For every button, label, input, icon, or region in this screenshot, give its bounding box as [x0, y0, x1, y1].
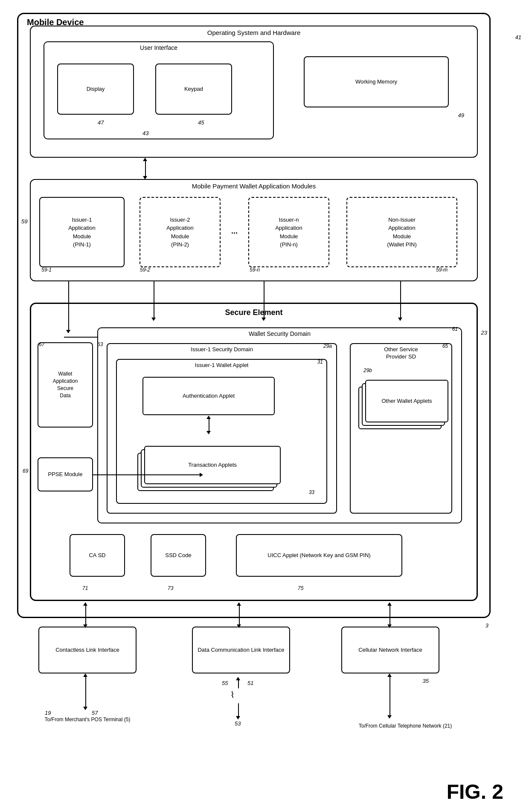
transaction-applets-label: Transaction Applets: [188, 461, 237, 469]
arrow-se-datacomm: [239, 603, 240, 627]
fig-label: FIG. 2: [447, 780, 503, 803]
arrow-contactless-merchant: [85, 674, 86, 708]
issuer1-wallet-applet-box: Issuer-1 Wallet Applet 31 Authentication…: [116, 359, 327, 504]
issuer2-app-label: Issuer-2ApplicationModule(PIN-2): [166, 216, 194, 249]
ref-19: 19: [45, 710, 51, 716]
data-comm-link-box: Data Communication Link Interface: [192, 627, 290, 673]
ref-71: 71: [82, 585, 88, 591]
user-interface-box: User Interface Display 47 Keypad 45 43: [44, 41, 274, 139]
uicc-applet-label: UICC Applet (Network Key and GSM PIN): [267, 552, 370, 559]
ppse-module-label: PPSE Module: [48, 471, 83, 478]
other-wallet-applets-card1: Other Wallet Applets: [365, 380, 448, 422]
arrow-se-contactless: [85, 603, 86, 627]
wallet-security-domain-box: Wallet Security Domain 61 Issuer-1 Secur…: [97, 327, 462, 523]
arrowhead-nonissuer: [398, 318, 402, 321]
arrowhead-ppse-trans: [200, 473, 203, 477]
user-interface-label: User Interface: [44, 44, 273, 51]
arrow-se-cellular: [389, 603, 390, 627]
issuer1-sd-label: Issuer-1 Security Domain: [108, 346, 336, 353]
data-comm-link-label: Data Communication Link Interface: [198, 646, 284, 654]
issuern-app-box: Issuer-nApplicationModule(PIN-n): [248, 197, 329, 267]
arrow-os-to-payment: [145, 159, 146, 178]
ref-59-1: 59-1: [41, 267, 52, 273]
diagram: Mobile Device 41 Operating System and Ha…: [0, 0, 529, 812]
ref-49: 49: [458, 112, 464, 118]
ref-35: 35: [423, 678, 429, 684]
arrow-wasd-wsd: [64, 337, 98, 338]
cellular-network-label: Cellular Network Interface: [358, 646, 422, 654]
arrow-issuer1-down: [68, 281, 69, 332]
auth-applet-label: Authentication Applet: [183, 392, 235, 400]
ref-59-m: 59-m: [436, 267, 448, 273]
arrowhead-issuer2: [151, 318, 156, 321]
ref-75: 75: [298, 585, 303, 591]
issuer1-app-label: Issuer-1ApplicationModule(PIN-1): [68, 216, 96, 249]
uicc-applet-box: UICC Applet (Network Key and GSM PIN): [236, 534, 402, 577]
arrowhead-cellular-down: [387, 715, 392, 719]
arrowhead-se-cellular-up: [387, 602, 392, 606]
transaction-applets-card1: Transaction Applets: [144, 446, 281, 484]
arrowhead-issuern: [262, 318, 266, 321]
ref-43: 43: [142, 130, 148, 136]
arrowhead-issuer1: [66, 330, 70, 333]
ref-59-2: 59-2: [140, 267, 150, 273]
wallet-app-secure-data-label: WalletApplicationSecureData: [53, 370, 78, 399]
ref-67: 67: [39, 341, 44, 347]
arrowhead-se-datacomm: [237, 624, 241, 628]
arrow-issuern-down: [264, 281, 264, 320]
arrow-nonissuer-down: [400, 281, 401, 320]
merchant-pos-label: To/From Merchant's POS Terminal (5): [34, 716, 141, 723]
working-memory-box: Working Memory: [304, 56, 449, 107]
ref-45: 45: [198, 119, 204, 126]
ref-33: 33: [309, 489, 314, 495]
ref-23: 23: [481, 329, 487, 336]
nonissuer-app-box: Non-IssuerApplicationModule(Wallet PIN): [346, 197, 457, 267]
arrowhead-se-contactless: [83, 624, 87, 628]
ref-31: 31: [317, 359, 323, 365]
ref-29b: 29b: [363, 367, 372, 373]
issuer1-wallet-applet-label: Issuer-1 Wallet Applet: [117, 362, 326, 368]
ref-61: 61: [452, 326, 458, 332]
arrowhead-se-datacomm-up: [237, 602, 241, 606]
ref-59: 59: [21, 218, 27, 225]
signal-symbol: ⌇: [230, 690, 235, 700]
arrowhead-up-1: [143, 158, 147, 161]
ref-73: 73: [168, 585, 173, 591]
cellular-network-box: Cellular Network Interface: [341, 627, 439, 673]
ellipsis: ...: [231, 227, 238, 236]
ca-sd-label: CA SD: [89, 552, 105, 559]
arrowhead-auth-trans-up: [206, 416, 211, 419]
arrowhead-auth-trans-down: [206, 431, 211, 434]
mobile-payment-box: Mobile Payment Wallet Application Module…: [30, 179, 478, 281]
ppse-module-box: PPSE Module: [38, 457, 93, 491]
arrowhead-se-contactless-up: [83, 602, 87, 606]
wallet-security-domain-label: Wallet Security Domain: [98, 330, 461, 337]
ssd-code-label: SSD Code: [165, 552, 191, 559]
arrowhead-signal-down: [236, 716, 240, 720]
nonissuer-app-label: Non-IssuerApplicationModule(Wallet PIN): [387, 216, 417, 249]
ref-65: 65: [442, 343, 448, 349]
secure-element-box: Secure Element 23 Wallet Security Domain…: [30, 303, 478, 601]
keypad-label: Keypad: [184, 85, 203, 93]
ref-29a: 29a: [323, 343, 332, 349]
contactless-link-box: Contactless Link Interface: [38, 627, 137, 673]
ref-41: 41: [515, 34, 521, 40]
issuer1-app-box: Issuer-1ApplicationModule(PIN-1): [39, 197, 125, 267]
other-sp-sd-box: Other ServiceProvider SD 65 29b Other Wa…: [350, 343, 452, 514]
cellular-telephone-label: To/From Cellular Telephone Network (21): [358, 722, 452, 730]
wallet-app-secure-data-box: WalletApplicationSecureData: [38, 342, 93, 428]
arrow-ppse-trans: [93, 474, 202, 475]
ref-53: 53: [235, 720, 241, 727]
arrow-issuer2-down: [154, 281, 154, 320]
ref-69: 69: [23, 468, 28, 474]
other-wallet-applets-label: Other Wallet Applets: [381, 397, 432, 405]
ref-59-n: 59-n: [250, 267, 260, 273]
arrowhead-cellular-up2: [387, 673, 392, 677]
mobile-payment-label: Mobile Payment Wallet Application Module…: [31, 182, 477, 190]
issuer1-security-domain-box: Issuer-1 Security Domain 29a Issuer-1 Wa…: [107, 343, 337, 514]
arrowhead-contactless-pos: [83, 673, 87, 677]
display-box: Display: [57, 64, 134, 115]
ref-47: 47: [98, 119, 104, 126]
ref-55: 55: [222, 680, 228, 686]
ca-sd-box: CA SD: [70, 534, 125, 577]
